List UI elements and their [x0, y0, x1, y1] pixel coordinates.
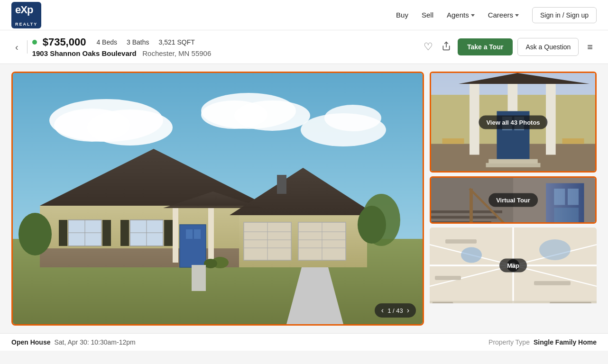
svg-rect-27	[120, 220, 129, 246]
svg-rect-87	[534, 281, 571, 285]
svg-rect-68	[431, 216, 497, 219]
photo-prev-button[interactable]: ‹	[381, 306, 384, 315]
prop-type-value: Single Family Home	[534, 338, 597, 346]
svg-rect-75	[568, 189, 579, 205]
sqft-stat: 3,521 SQFT	[159, 38, 195, 46]
view-photos-overlay[interactable]: View all 43 Photos	[479, 115, 547, 129]
careers-chevron-down-icon	[515, 14, 519, 17]
svg-rect-91	[550, 302, 591, 303]
property-price: $735,000	[43, 36, 86, 48]
svg-rect-63	[442, 138, 464, 144]
svg-rect-71	[470, 189, 473, 224]
svg-rect-88	[435, 276, 461, 280]
svg-rect-14	[40, 248, 267, 267]
svg-rect-29	[180, 225, 206, 267]
prop-type-label: Property Type	[488, 338, 530, 346]
svg-rect-22	[59, 220, 67, 246]
open-house-label: Open House	[11, 338, 50, 346]
map-background: Map	[430, 228, 597, 303]
svg-rect-56	[546, 84, 556, 155]
navbar: eXp REALTY Buy Sell Agents Careers Sign …	[0, 0, 608, 30]
svg-rect-61	[486, 163, 541, 167]
photo-counter: ‹ 1 / 43 ›	[375, 303, 416, 318]
nav-links: Buy Sell Agents Careers Sign in / Sign u…	[396, 7, 597, 23]
svg-rect-30	[186, 229, 193, 239]
nav-careers[interactable]: Careers	[488, 11, 519, 19]
nav-buy[interactable]: Buy	[396, 11, 408, 19]
svg-rect-28	[164, 220, 173, 246]
active-status-dot	[32, 40, 37, 45]
svg-rect-74	[554, 189, 565, 205]
beds-stat: 4 Beds	[96, 38, 117, 46]
svg-point-4	[87, 109, 173, 146]
favorite-button[interactable]: ♡	[422, 39, 435, 55]
main-content: ‹ 1 / 43 ›	[0, 64, 608, 333]
back-button[interactable]: ‹	[11, 40, 22, 55]
virtual-tour-overlay[interactable]: Virtual Tour	[488, 193, 538, 207]
thumbnails-panel: View all 43 Photos	[430, 72, 597, 326]
street-address: 1903 Shannon Oaks Boulevard	[32, 49, 137, 57]
bottom-bar: Open House Sat, Apr 30: 10:30am-12pm Pro…	[0, 333, 608, 351]
baths-stat: 3 Baths	[127, 38, 149, 46]
svg-rect-18	[277, 175, 286, 194]
svg-rect-33	[208, 208, 214, 263]
map-thumb[interactable]: Map	[430, 228, 597, 326]
prop-info-left: ‹ $735,000 4 Beds 3 Baths 3,521 SQFT 190…	[11, 36, 211, 58]
nav-sell[interactable]: Sell	[422, 11, 433, 19]
nav-agents[interactable]: Agents	[447, 11, 475, 19]
svg-rect-31	[194, 229, 201, 239]
svg-point-7	[234, 100, 310, 131]
svg-rect-50	[192, 265, 206, 291]
agents-chevron-down-icon	[471, 14, 475, 17]
main-photo	[13, 73, 423, 324]
svg-point-49	[204, 259, 217, 268]
svg-rect-86	[445, 239, 477, 244]
share-button[interactable]	[440, 39, 453, 55]
photo-next-button[interactable]: ›	[407, 306, 409, 315]
svg-rect-23	[102, 220, 111, 246]
svg-rect-69	[431, 221, 491, 224]
virtual-tour-thumb[interactable]: Virtual Tour	[430, 176, 597, 224]
property-type-info: Property Type Single Family Home	[488, 338, 597, 346]
svg-rect-76	[554, 208, 579, 224]
property-header: ‹ $735,000 4 Beds 3 Baths 3,521 SQFT 190…	[0, 30, 608, 64]
svg-point-9	[324, 105, 381, 131]
svg-rect-64	[562, 138, 584, 144]
svg-point-47	[358, 206, 386, 244]
svg-point-45	[18, 213, 52, 255]
logo-realty-text: REALTY	[15, 22, 37, 27]
open-house-time: Sat, Apr 30: 10:30am-12pm	[54, 338, 135, 346]
svg-rect-54	[470, 84, 479, 155]
city-state: Rochester, MN 55906	[142, 49, 211, 57]
ask-question-button[interactable]: Ask a Question	[517, 38, 579, 56]
property-address-row: 1903 Shannon Oaks Boulevard Rochester, M…	[32, 49, 212, 58]
logo[interactable]: eXp REALTY	[11, 2, 41, 28]
more-options-button[interactable]: ≡	[583, 40, 597, 55]
svg-rect-32	[173, 208, 178, 263]
main-photo-container[interactable]: ‹ 1 / 43 ›	[11, 72, 424, 326]
prop-stats: 4 Beds 3 Baths 3,521 SQFT	[96, 38, 194, 46]
svg-rect-62	[488, 159, 538, 164]
porch-photo-thumb[interactable]: View all 43 Photos	[430, 72, 597, 173]
prop-actions: ♡ Take a Tour Ask a Question ≡	[422, 38, 597, 56]
open-house-info: Open House Sat, Apr 30: 10:30am-12pm	[11, 338, 136, 346]
map-overlay[interactable]: Map	[499, 259, 527, 273]
photo-counter-text: 1 / 43	[387, 307, 403, 314]
header-divider	[27, 40, 28, 54]
prop-price-col: $735,000 4 Beds 3 Baths 3,521 SQFT 1903 …	[32, 36, 212, 58]
logo-exp-text: eXp	[15, 4, 33, 16]
svg-point-83	[539, 239, 571, 260]
take-tour-button[interactable]: Take a Tour	[458, 38, 513, 55]
svg-point-82	[461, 247, 482, 263]
svg-rect-90	[433, 302, 453, 303]
sign-in-button[interactable]: Sign in / Sign up	[532, 7, 597, 23]
